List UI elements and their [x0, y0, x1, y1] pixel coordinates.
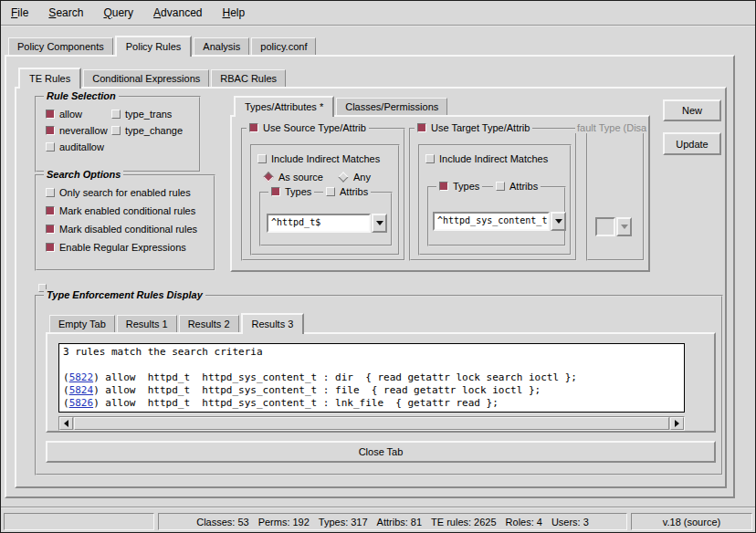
- results-text[interactable]: 3 rules match the search criteria (5822)…: [58, 343, 685, 413]
- arrow-right-icon: [675, 420, 679, 427]
- radio-as-source-label: As source: [278, 172, 323, 183]
- target-inner-frame: Include Indirect Matches Types: [418, 144, 572, 256]
- checkbox-mark-disabled-indicator: [46, 225, 55, 234]
- checkbox-auditallow[interactable]: auditallow: [46, 141, 104, 152]
- stat-types: Types:317: [319, 517, 368, 528]
- main-tab-row: Policy Components Policy Rules Analysis …: [5, 34, 735, 55]
- source-type-dropdown-button[interactable]: [372, 214, 387, 233]
- checkbox-type-change[interactable]: type_change: [111, 125, 183, 136]
- stat-value: 192: [292, 517, 309, 528]
- checkbox-target-indirect[interactable]: Include Indirect Matches: [425, 153, 548, 164]
- checkbox-source-indirect[interactable]: Include Indirect Matches: [257, 153, 380, 164]
- menu-help[interactable]: Help: [219, 5, 247, 21]
- source-type-group: Use Source Type/Attrib Include Indirect …: [241, 128, 405, 261]
- checkbox-enable-regex[interactable]: Enable Regular Expressions: [46, 242, 186, 253]
- source-type-entry[interactable]: ^httpd_t$: [267, 214, 371, 233]
- tab-empty-tab[interactable]: Empty Tab: [49, 315, 115, 332]
- blank-line: [63, 359, 680, 371]
- stat-value: 81: [411, 517, 422, 528]
- checkbox-use-source-label: Use Source Type/Attrib: [263, 122, 366, 133]
- radio-any[interactable]: Any: [338, 172, 371, 183]
- checkbox-allow[interactable]: allow: [46, 109, 82, 120]
- stat-label: Users:: [551, 517, 581, 528]
- types-attributes-notebook: Types/Attributes * Classes/Permissions U…: [230, 94, 650, 272]
- tab-results-3[interactable]: Results 3: [241, 313, 305, 334]
- radio-any-indicator: [338, 172, 348, 182]
- checkbox-target-types[interactable]: Types: [436, 181, 482, 192]
- rules-notebook: TE Rules Conditional Expressions RBAC Ru…: [15, 66, 727, 488]
- rule-link-5826[interactable]: 5826: [69, 397, 94, 409]
- radio-as-source[interactable]: As source: [263, 172, 323, 183]
- scroll-right-button[interactable]: [670, 417, 684, 430]
- checkbox-target-attribs-label: Attribs: [509, 181, 538, 192]
- checkbox-auditallow-indicator: [46, 142, 55, 152]
- paren: (: [63, 371, 69, 383]
- stat-users: Users:3: [551, 517, 589, 528]
- checkbox-use-source-indicator: [249, 123, 258, 132]
- rule-line: (5822) allow httpd_t httpd_sys_content_t…: [63, 371, 680, 384]
- menu-query[interactable]: Query: [100, 5, 136, 21]
- checkbox-target-indirect-label: Include Indirect Matches: [439, 153, 548, 164]
- stat-label: Perms:: [258, 517, 290, 528]
- stat-attribs: Attribs:81: [377, 517, 422, 528]
- tab-analysis[interactable]: Analysis: [194, 37, 249, 55]
- te-rules-display-group: Type Enforcement Rules Display Empty Tab…: [35, 295, 723, 476]
- checkbox-mark-enabled-label: Mark enabled conditional rules: [59, 205, 195, 216]
- radio-as-source-indicator: [263, 172, 273, 182]
- checkbox-neverallow[interactable]: neverallow: [46, 125, 108, 136]
- radio-any-label: Any: [353, 172, 371, 183]
- menu-advanced[interactable]: Advanced: [151, 5, 205, 21]
- default-type-entry: [595, 217, 615, 236]
- close-tab-button[interactable]: Close Tab: [46, 441, 716, 463]
- target-types-attribs-frame: Types Attribs ^httpd_sys_content_t$: [427, 186, 566, 246]
- checkbox-enable-regex-indicator: [46, 243, 55, 252]
- checkbox-only-enabled-rules[interactable]: Only search for enabled rules: [46, 187, 191, 198]
- checkbox-allow-label: allow: [59, 109, 82, 120]
- default-type-dropdown-button: [616, 217, 632, 236]
- policy-rules-panel: TE Rules Conditional Expressions RBAC Ru…: [5, 55, 735, 498]
- checkbox-source-types[interactable]: Types: [268, 186, 314, 197]
- rule-link-5822[interactable]: 5822: [69, 371, 94, 383]
- checkbox-type-trans[interactable]: type_trans: [111, 109, 172, 120]
- tab-results-2[interactable]: Results 2: [179, 315, 239, 332]
- tab-rbac-rules[interactable]: RBAC Rules: [211, 69, 286, 87]
- search-options-group: Search Options Only search for enabled r…: [35, 174, 215, 271]
- te-rules-panel: Rule Selection allow neverallow auditall…: [15, 87, 727, 488]
- target-type-combobox: ^httpd_sys_content_t$: [433, 212, 566, 231]
- checkbox-target-attribs[interactable]: Attribs: [493, 181, 541, 192]
- menu-file[interactable]: File: [8, 5, 31, 21]
- stat-value: 317: [351, 517, 367, 528]
- tab-types-attributes[interactable]: Types/Attributes *: [234, 96, 334, 117]
- rule-link-5824[interactable]: 5824: [69, 384, 94, 396]
- tab-conditional-expressions[interactable]: Conditional Expressions: [83, 69, 209, 87]
- checkbox-use-source-type[interactable]: Use Source Type/Attrib: [247, 122, 369, 133]
- scroll-left-button[interactable]: [59, 417, 73, 430]
- tab-results-1[interactable]: Results 1: [117, 315, 177, 332]
- target-type-group: Use Target Type/Attrib Include Indirect …: [409, 128, 577, 261]
- tab-policy-components[interactable]: Policy Components: [8, 37, 113, 55]
- checkbox-use-target-type[interactable]: Use Target Type/Attrib: [415, 122, 532, 133]
- checkbox-type-change-label: type_change: [125, 125, 183, 136]
- checkbox-mark-disabled[interactable]: Mark disabled conditional rules: [46, 224, 197, 235]
- rule-text: allow httpd_t httpd_sys_content_t : lnk_…: [100, 397, 499, 409]
- paren: ): [93, 371, 100, 383]
- version-label: v.18 (source): [663, 517, 720, 528]
- scrollbar-thumb[interactable]: [74, 417, 669, 430]
- tab-te-rules[interactable]: TE Rules: [18, 68, 81, 89]
- checkbox-target-indirect-indicator: [425, 154, 435, 163]
- te-rules-display-title: Type Enforcement Rules Display: [44, 289, 205, 300]
- checkbox-source-attribs[interactable]: Attribs: [323, 186, 371, 197]
- tab-policy-conf[interactable]: policy.conf: [251, 37, 316, 55]
- tab-classes-permissions[interactable]: Classes/Permissions: [336, 98, 447, 115]
- target-type-dropdown-button[interactable]: [551, 212, 566, 231]
- checkbox-target-types-indicator: [439, 182, 448, 191]
- target-type-entry[interactable]: ^httpd_sys_content_t$: [433, 212, 550, 231]
- tab-policy-rules[interactable]: Policy Rules: [115, 36, 193, 57]
- chevron-down-icon: [621, 225, 628, 229]
- chevron-down-icon: [376, 221, 383, 225]
- menu-search[interactable]: Search: [46, 5, 86, 21]
- checkbox-mark-enabled[interactable]: Mark enabled conditional rules: [46, 205, 195, 216]
- stat-perms: Perms:192: [258, 517, 310, 528]
- update-button[interactable]: Update: [663, 132, 721, 155]
- new-button[interactable]: New: [663, 99, 721, 121]
